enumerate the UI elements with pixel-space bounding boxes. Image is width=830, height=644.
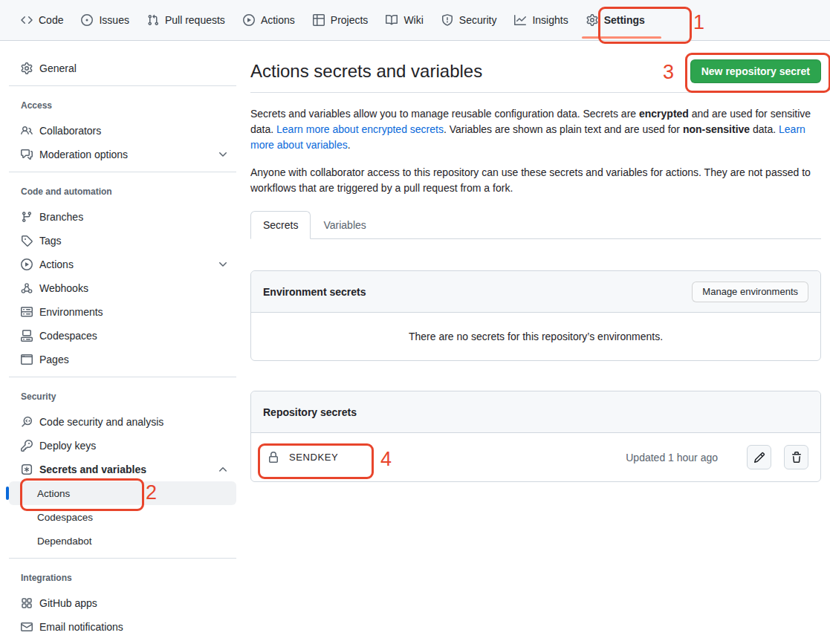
- intro-paragraph-2: Anyone with collaborator access to this …: [250, 165, 817, 196]
- codescan-icon: [21, 416, 33, 428]
- repo-tab-bar: CodeIssuesPull requestsActionsProjectsWi…: [0, 0, 830, 41]
- sidebar-item-label: Codespaces: [37, 512, 93, 523]
- sidebar-item-label: Actions: [37, 488, 70, 499]
- chevron-down-icon: [217, 258, 229, 270]
- sidebar-item-environments[interactable]: Environments: [9, 300, 236, 324]
- sidebar-item-email-notifications[interactable]: Email notifications: [9, 615, 236, 639]
- sidebar-divider: [9, 172, 236, 172]
- new-repository-secret-button[interactable]: New repository secret: [690, 59, 821, 83]
- sidebar-item-label: General: [39, 62, 77, 74]
- intro-paragraph-1: Secrets and variables allow you to manag…: [250, 106, 817, 153]
- browser-icon: [21, 354, 33, 365]
- mail-icon: [21, 621, 33, 633]
- sidebar-item-collaborators[interactable]: Collaborators: [9, 119, 236, 143]
- sidebar-item-deploy-keys[interactable]: Deploy keys: [9, 434, 236, 458]
- sidebar-item-label: Deploy keys: [39, 440, 96, 452]
- repo-tab-security[interactable]: Security: [435, 0, 503, 40]
- emphasis-text: encrypted: [639, 108, 689, 120]
- sidebar-divider: [9, 85, 236, 86]
- environment-secrets-title: Environment secrets: [263, 286, 366, 298]
- tab-variables[interactable]: Variables: [311, 211, 378, 239]
- sidebar-item-label: Actions: [39, 258, 74, 270]
- git-branch-icon: [21, 211, 33, 223]
- edit-secret-button[interactable]: [747, 445, 771, 469]
- chevron-down-icon: [217, 149, 229, 160]
- lock-icon: [268, 452, 279, 464]
- lock-icon-wrap: [268, 452, 279, 464]
- play-icon: [21, 258, 33, 270]
- repo-tab-label: Settings: [604, 14, 645, 26]
- sidebar-item-label: GitHub apps: [39, 597, 97, 609]
- sidebar-item-label: Tags: [39, 235, 62, 247]
- repo-tab-label: Issues: [99, 14, 129, 26]
- sidebar-item-actions[interactable]: Actions: [9, 253, 236, 276]
- project-icon: [313, 14, 325, 26]
- repo-tab-actions[interactable]: Actions: [237, 0, 301, 40]
- sidebar-item-label: Email notifications: [39, 621, 123, 633]
- sidebar-item-label: Codespaces: [39, 330, 97, 342]
- repo-tab-label: Code: [39, 14, 63, 26]
- repo-tab-pull-requests[interactable]: Pull requests: [141, 0, 231, 40]
- chevron-up-icon: [217, 464, 229, 475]
- gear-icon: [586, 14, 598, 26]
- repo-tab-insights[interactable]: Insights: [508, 0, 574, 40]
- sidebar-item-webhooks[interactable]: Webhooks: [9, 276, 236, 300]
- key-icon: [21, 440, 33, 452]
- intro-text: data.: [750, 123, 779, 135]
- repo-tab-wiki[interactable]: Wiki: [380, 0, 429, 40]
- server-icon: [21, 306, 33, 318]
- manage-environments-button[interactable]: Manage environments: [692, 282, 808, 302]
- environment-secrets-empty-message: There are no secrets for this repository…: [251, 313, 820, 360]
- sidebar-item-tags[interactable]: Tags: [9, 229, 236, 253]
- sidebar-item-label: Webhooks: [39, 282, 88, 294]
- code-icon: [21, 14, 33, 26]
- secrets-variables-tabnav: SecretsVariables: [250, 211, 821, 239]
- sidebar-subitem-codespaces[interactable]: Codespaces: [9, 505, 236, 529]
- sidebar-item-label: Code security and analysis: [39, 416, 163, 428]
- webhook-icon: [21, 282, 33, 294]
- settings-sidebar: GeneralAccessCollaboratorsModeration opt…: [0, 41, 245, 639]
- repository-secrets-header: Repository secrets: [251, 391, 820, 433]
- emphasis-text: non-sensitive: [683, 123, 750, 135]
- repo-tab-issues[interactable]: Issues: [75, 0, 134, 40]
- sidebar-item-general[interactable]: General: [9, 56, 236, 80]
- sidebar-item-codespaces[interactable]: Codespaces: [9, 324, 236, 348]
- secret-row: SENDKEYUpdated 1 hour ago: [251, 433, 820, 481]
- sidebar-item-github-apps[interactable]: GitHub apps: [9, 591, 236, 615]
- main-content: Actions secrets and variables New reposi…: [250, 41, 821, 482]
- tab-secrets[interactable]: Secrets: [250, 211, 311, 239]
- intro-text: .: [348, 139, 351, 151]
- repo-tab-projects[interactable]: Projects: [307, 0, 375, 40]
- sidebar-section-title-code-and-automation: Code and automation: [9, 178, 236, 205]
- environment-secrets-header: Environment secrets Manage environments: [251, 271, 820, 313]
- secret-updated-time: Updated 1 hour ago: [626, 452, 718, 464]
- repo-tab-settings[interactable]: Settings: [580, 0, 651, 40]
- key-asterisk-icon: [21, 464, 33, 475]
- sidebar-item-branches[interactable]: Branches: [9, 205, 236, 229]
- play-icon: [243, 14, 255, 26]
- sidebar-item-label: Dependabot: [37, 536, 92, 547]
- repo-tab-label: Pull requests: [165, 14, 225, 26]
- sidebar-item-label: Branches: [39, 211, 83, 223]
- sidebar-item-code-security-and-analysis[interactable]: Code security and analysis: [9, 410, 236, 434]
- sidebar-item-pages[interactable]: Pages: [9, 348, 236, 371]
- repository-secrets-box: Repository secrets SENDKEYUpdated 1 hour…: [250, 391, 821, 482]
- learn-more-about-encrypted-secrets-link[interactable]: Learn more about encrypted secrets: [276, 123, 444, 135]
- delete-secret-button[interactable]: [784, 445, 808, 469]
- graph-icon: [514, 14, 526, 26]
- sidebar-item-moderation-options[interactable]: Moderation options: [9, 143, 236, 166]
- sidebar-item-secrets-and-variables[interactable]: Secrets and variables: [9, 458, 236, 481]
- repo-tab-label: Security: [459, 14, 497, 26]
- repository-secrets-list: SENDKEYUpdated 1 hour ago: [251, 433, 820, 481]
- repo-tab-label: Projects: [331, 14, 369, 26]
- sidebar-item-label: Secrets and variables: [39, 464, 146, 475]
- repo-tab-code[interactable]: Code: [15, 0, 69, 40]
- intro-text: . Variables are shown as plain text and …: [444, 123, 683, 135]
- sidebar-subitem-actions[interactable]: Actions: [9, 481, 236, 505]
- comment-discussion-icon: [21, 149, 33, 160]
- page-title: Actions secrets and variables: [250, 59, 482, 83]
- tag-icon: [21, 235, 33, 247]
- shield-icon: [441, 14, 453, 26]
- sidebar-subitem-dependabot[interactable]: Dependabot: [9, 529, 236, 553]
- sidebar-item-label: Moderation options: [39, 149, 128, 160]
